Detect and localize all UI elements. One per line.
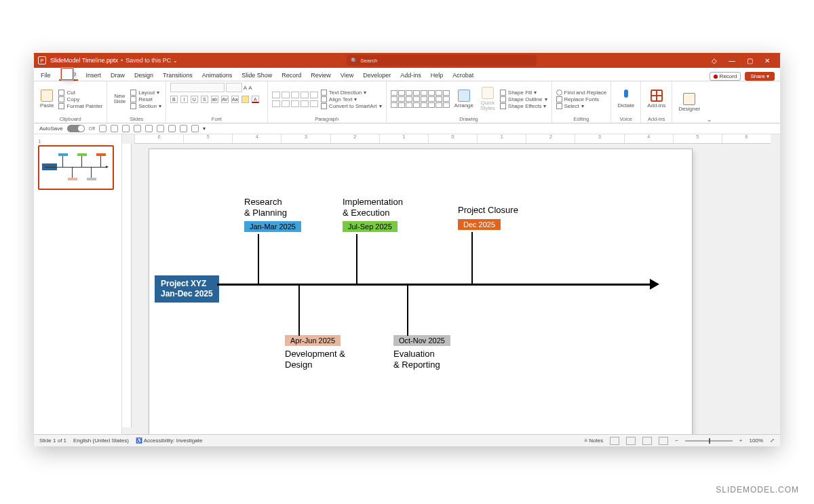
qat-button-3[interactable] (157, 125, 164, 132)
indent-dec-button[interactable] (291, 92, 299, 98)
numbering-button[interactable] (282, 92, 290, 98)
fit-button[interactable]: ⤢ (770, 438, 775, 444)
addins-button[interactable]: Add-ins (645, 90, 667, 109)
format-painter-button[interactable]: Format Painter (58, 103, 102, 109)
tab-developer[interactable]: Developer (362, 70, 392, 81)
new-slide-button[interactable]: New Slide (111, 94, 128, 104)
font-color-button[interactable]: A (252, 96, 259, 103)
underline-button[interactable]: U (191, 96, 198, 103)
tab-transitions[interactable]: Transitions (161, 70, 194, 81)
shape-gallery[interactable] (391, 90, 450, 108)
spacing-button[interactable]: AV (221, 96, 229, 103)
tab-slideshow[interactable]: Slide Show (240, 70, 273, 81)
designer-button[interactable]: Designer (676, 93, 702, 112)
dictate-button[interactable]: Dictate (615, 90, 636, 109)
slide-position[interactable]: Slide 1 of 1 (39, 438, 66, 444)
normal-view-button[interactable] (610, 437, 619, 445)
record-button[interactable]: Record (710, 72, 741, 81)
tab-file[interactable]: File (39, 70, 52, 81)
maximize-button[interactable]: ▢ (741, 57, 758, 64)
sorter-view-button[interactable] (626, 437, 636, 445)
tab-draw[interactable]: Draw (109, 70, 126, 81)
font-family-input[interactable] (170, 83, 225, 92)
share-button[interactable]: Share ▾ (745, 72, 775, 81)
qat-button-2[interactable] (145, 125, 153, 132)
qat-button-5[interactable] (180, 125, 187, 132)
tab-acrobat[interactable]: Acrobat (451, 70, 475, 81)
shape-outline-button[interactable]: Shape Outline ▾ (500, 96, 547, 102)
decrease-font-button[interactable]: A (248, 85, 252, 91)
tab-design[interactable]: Design (133, 70, 155, 81)
reset-button[interactable]: Reset (130, 96, 161, 102)
slide-thumbnail[interactable] (38, 145, 114, 190)
qat-button-1[interactable] (134, 125, 141, 132)
ribbon-mode-icon[interactable]: ◇ (705, 57, 723, 64)
justify-button[interactable] (301, 100, 309, 107)
columns-button[interactable] (310, 100, 318, 107)
zoom-out-button[interactable]: − (675, 438, 678, 444)
paste-button[interactable]: Paste (38, 90, 56, 109)
tab-help[interactable]: Help (429, 70, 445, 81)
canvas-area[interactable]: 6543210123456 Project XYZ Jan-Dec 2025 R… (122, 134, 780, 434)
align-text-button[interactable]: Align Text ▾ (321, 96, 382, 102)
search-input[interactable]: 🔍 Search (347, 55, 537, 66)
shadow-button[interactable]: ab (211, 96, 218, 103)
tab-review[interactable]: Review (309, 70, 332, 81)
language-button[interactable]: English (United States) (73, 438, 129, 444)
milestone-development[interactable]: Apr-Jun 2025 Development & Design (285, 285, 345, 370)
accessibility-button[interactable]: ♿ Accessibility: Investigate (136, 438, 202, 444)
shape-effects-button[interactable]: Shape Effects ▾ (500, 103, 547, 109)
font-size-input[interactable] (226, 83, 242, 92)
zoom-level[interactable]: 100% (750, 438, 763, 444)
italic-button[interactable]: I (180, 96, 188, 103)
tab-record[interactable]: Record (280, 70, 303, 81)
arrange-button[interactable]: Arrange (452, 90, 476, 109)
highlight-button[interactable] (241, 96, 249, 103)
bold-button[interactable]: B (170, 96, 178, 103)
milestone-implementation[interactable]: Implementation & Execution Jul-Sep 2025 (343, 197, 403, 232)
qat-button-6[interactable] (191, 125, 199, 132)
milestone-closure[interactable]: Project Closure Dec 2025 (458, 205, 518, 230)
tab-insert[interactable]: Insert (85, 70, 103, 81)
reading-view-button[interactable] (642, 437, 652, 445)
save-state[interactable]: Saved to this PC (125, 57, 171, 64)
autosave-toggle[interactable] (67, 125, 85, 132)
slideshow-view-button[interactable] (659, 437, 668, 445)
increase-font-button[interactable]: A (244, 85, 247, 91)
text-direction-button[interactable]: Text Direction ▾ (321, 90, 382, 96)
slide-canvas[interactable]: Project XYZ Jan-Dec 2025 Research & Plan… (149, 149, 692, 434)
align-center-button[interactable] (282, 100, 290, 107)
replace-button[interactable]: Replace Fonts (556, 96, 607, 102)
copy-button[interactable]: Copy (58, 96, 102, 102)
layout-button[interactable]: Layout ▾ (130, 90, 161, 96)
tab-addins[interactable]: Add-ins (399, 70, 423, 81)
zoom-slider[interactable] (685, 440, 733, 442)
tab-animations[interactable]: Animations (201, 70, 234, 81)
collapse-ribbon-button[interactable]: ⌄ (706, 81, 713, 123)
minimize-button[interactable]: — (723, 57, 741, 64)
indent-inc-button[interactable] (301, 92, 309, 98)
save-button[interactable] (99, 125, 106, 132)
quick-styles-button[interactable]: Quick Styles (478, 87, 497, 111)
select-button[interactable]: Select ▾ (556, 103, 607, 109)
align-right-button[interactable] (291, 100, 299, 107)
shape-fill-button[interactable]: Shape Fill ▾ (500, 90, 547, 96)
redo-button[interactable] (122, 125, 130, 132)
qat-button-4[interactable] (168, 125, 176, 132)
find-button[interactable]: Find and Replace (556, 90, 607, 96)
milestone-evaluation[interactable]: Oct-Nov 2025 Evaluation & Reporting (393, 285, 450, 370)
section-button[interactable]: Section ▾ (130, 103, 161, 109)
tab-view[interactable]: View (339, 70, 355, 81)
notes-button[interactable]: ≡ Notes (584, 438, 603, 444)
close-button[interactable]: ✕ (758, 57, 776, 64)
project-title-box[interactable]: Project XYZ Jan-Dec 2025 (155, 275, 219, 303)
case-button[interactable]: Aa (231, 96, 239, 103)
bullets-button[interactable] (272, 92, 280, 98)
line-spacing-button[interactable] (310, 92, 318, 98)
align-left-button[interactable] (272, 100, 280, 107)
cut-button[interactable]: Cut (58, 90, 102, 96)
zoom-in-button[interactable]: + (739, 438, 743, 444)
smartart-button[interactable]: Convert to SmartArt ▾ (321, 103, 382, 109)
strike-button[interactable]: S (201, 96, 208, 103)
undo-button[interactable] (111, 125, 118, 132)
